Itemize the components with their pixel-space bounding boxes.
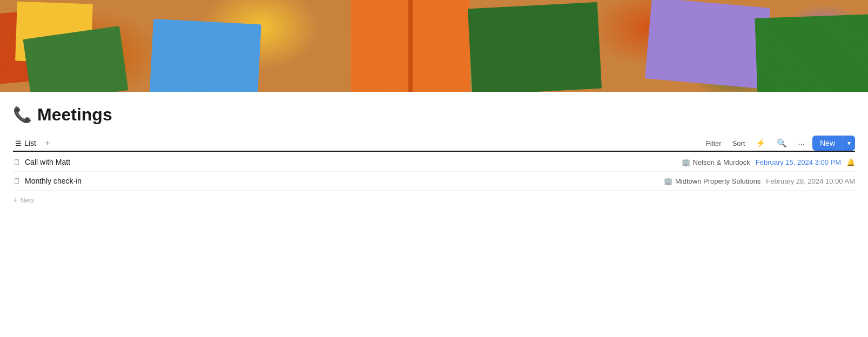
meeting-right-2: 🏢 Midtown Property Solutions February 28… — [664, 177, 855, 185]
sort-button[interactable]: Sort — [729, 137, 749, 150]
automation-button[interactable]: ⚡ — [752, 136, 769, 150]
page-title-area: 📞 Meetings — [13, 105, 855, 125]
new-button-arrow: ▾ — [843, 136, 855, 150]
toolbar-right: Filter Sort ⚡ 🔍 ··· New ▾ — [703, 136, 855, 151]
tab-add-button[interactable]: + — [42, 137, 53, 149]
meeting-name-2: Monthly check-in — [25, 177, 82, 185]
company-icon-1: 🏢 — [682, 158, 690, 166]
meeting-date-1: February 15, 2024 3:00 PM — [756, 158, 841, 166]
list-icon: ☰ — [15, 139, 22, 147]
table-row[interactable]: 🗒 Monthly check-in 🏢 Midtown Property So… — [13, 172, 855, 191]
meeting-right-1: 🏢 Nelson & Murdock February 15, 2024 3:0… — [682, 158, 855, 166]
meeting-date-2: February 28, 2024 10:00 AM — [766, 177, 855, 185]
meeting-name-1: Call with Matt — [25, 158, 70, 166]
more-button[interactable]: ··· — [795, 137, 808, 150]
company-name-1: Nelson & Murdock — [693, 158, 750, 166]
add-new-label: New — [20, 196, 34, 204]
company-badge-1: 🏢 Nelson & Murdock — [682, 158, 750, 166]
company-icon-2: 🏢 — [664, 177, 672, 185]
meeting-left-1: 🗒 Call with Matt — [13, 158, 70, 166]
hero-banner — [0, 0, 868, 92]
add-new-row[interactable]: + New — [13, 191, 855, 209]
toolbar: ☰ List + Filter Sort ⚡ 🔍 ··· New ▾ — [13, 136, 855, 152]
tab-list[interactable]: ☰ List — [13, 136, 38, 152]
company-name-2: Midtown Property Solutions — [675, 177, 761, 185]
table-row[interactable]: 🗒 Call with Matt 🏢 Nelson & Murdock Febr… — [13, 153, 855, 172]
add-icon: + — [13, 196, 17, 204]
phone-icon: 📞 — [13, 106, 32, 124]
doc-icon-2: 🗒 — [13, 177, 21, 185]
new-button-label: New — [812, 136, 843, 151]
filter-button[interactable]: Filter — [703, 137, 725, 150]
new-button[interactable]: New ▾ — [812, 136, 855, 151]
search-button[interactable]: 🔍 — [773, 136, 790, 150]
doc-icon-1: 🗒 — [13, 158, 21, 166]
meeting-list: 🗒 Call with Matt 🏢 Nelson & Murdock Febr… — [13, 153, 855, 209]
page-title: Meetings — [37, 105, 112, 125]
tab-list-label: List — [24, 139, 36, 147]
alarm-icon-1: 🔔 — [846, 158, 855, 166]
toolbar-left: ☰ List + — [13, 136, 53, 151]
company-badge-2: 🏢 Midtown Property Solutions — [664, 177, 761, 185]
meeting-left-2: 🗒 Monthly check-in — [13, 177, 82, 185]
